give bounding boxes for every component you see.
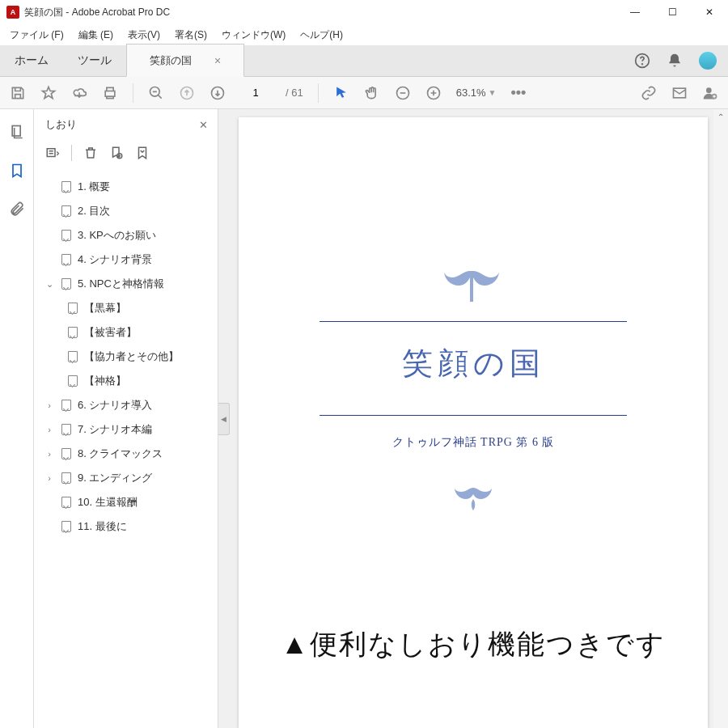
bookmark-item[interactable]: 4. シナリオ背景 (34, 248, 218, 272)
page-up-icon[interactable] (179, 85, 195, 101)
bookmark-item[interactable]: 11. 最後に (34, 514, 218, 539)
tab-home[interactable]: ホーム (0, 45, 63, 76)
bookmark-label: 11. 最後に (78, 519, 127, 534)
bookmark-item[interactable]: 【神格】 (34, 369, 218, 393)
bookmark-item[interactable]: ›6. シナリオ導入 (34, 393, 218, 417)
bookmark-tree: 1. 概要2. 目次3. KPへのお願い4. シナリオ背景⌄5. NPCと神格情… (34, 170, 218, 728)
link-icon[interactable] (641, 85, 657, 101)
tab-document-label: 笑顔の国 (150, 53, 192, 68)
page-number-input[interactable] (240, 87, 271, 99)
tab-tools[interactable]: ツール (63, 45, 126, 76)
bookmarks-icon[interactable] (9, 163, 25, 179)
panel-title: しおり (45, 117, 77, 132)
help-icon[interactable] (634, 53, 650, 69)
bookmark-item[interactable]: 【被害者】 (34, 320, 218, 345)
menu-window[interactable]: ウィンドウ(W) (215, 26, 292, 44)
bookmark-icon (61, 521, 71, 532)
close-button[interactable]: ✕ (691, 0, 728, 24)
scroll-up-icon[interactable]: ⌃ (713, 109, 728, 124)
zoom-out-icon[interactable] (148, 85, 164, 101)
overlay-caption: ▲便利なしおり機能つきです (218, 626, 728, 663)
tabbar: ホーム ツール 笑顔の国 × (0, 45, 728, 77)
minimize-button[interactable]: ― (616, 0, 654, 24)
menubar: ファイル (F) 編集 (E) 表示(V) 署名(S) ウィンドウ(W) ヘルプ… (0, 24, 728, 45)
chevron-icon[interactable]: ⌄ (44, 279, 55, 290)
options-icon[interactable] (45, 146, 60, 160)
hand-tool-icon[interactable] (364, 85, 380, 101)
bookmark-panel: しおり ✕ 1. 概要2. 目次3. KPへのお願い4. シナリオ背景⌄5. N… (34, 109, 218, 728)
menu-edit[interactable]: 編集 (E) (72, 26, 120, 44)
chevron-icon[interactable]: › (44, 400, 55, 410)
bookmark-icon (61, 230, 71, 241)
tab-close-icon[interactable]: × (214, 54, 221, 67)
tab-document[interactable]: 笑顔の国 × (126, 44, 244, 77)
more-icon[interactable]: ••• (510, 84, 526, 101)
bell-icon[interactable] (667, 53, 683, 69)
bookmark-icon (68, 303, 78, 314)
document-subtitle: クトゥルフ神話 TRPG 第 6 版 (392, 435, 555, 450)
print-icon[interactable] (102, 85, 118, 101)
profile-avatar[interactable] (699, 52, 717, 70)
svg-rect-2 (105, 91, 115, 96)
zoom-dropdown[interactable]: 63.1% ▼ (456, 87, 497, 99)
bookmark-item[interactable]: 1. 概要 (34, 175, 218, 199)
menu-view[interactable]: 表示(V) (121, 26, 167, 44)
mail-icon[interactable] (671, 85, 688, 101)
bookmark-item[interactable]: ›7. シナリオ本編 (34, 417, 218, 442)
svg-point-9 (706, 87, 712, 93)
thumbnails-icon[interactable] (9, 124, 25, 140)
bookmark-item[interactable]: 10. 生還報酬 (34, 490, 218, 514)
bookmark-icon (68, 327, 78, 338)
chevron-icon[interactable]: › (44, 425, 55, 434)
zoom-plus-icon[interactable] (425, 85, 442, 101)
attachments-icon[interactable] (9, 201, 25, 218)
bookmark-icon (61, 472, 71, 484)
bookmark-icon (68, 375, 78, 387)
document-title: 笑顔の国 (402, 322, 545, 405)
svg-point-1 (642, 64, 643, 65)
bookmark-label: 8. クライマックス (78, 447, 163, 461)
left-rail (0, 109, 34, 728)
hr-bottom (320, 415, 627, 416)
bookmark-label: 3. KPへのお願い (78, 228, 156, 243)
menu-help[interactable]: ヘルプ(H) (294, 26, 349, 44)
zoom-minus-icon[interactable] (395, 85, 411, 101)
new-bookmark-icon[interactable] (109, 146, 124, 160)
bookmark-icon (61, 448, 71, 459)
expand-bookmark-icon[interactable] (135, 146, 150, 160)
cloud-icon[interactable] (71, 85, 87, 101)
app-icon: A (6, 6, 19, 19)
select-tool-icon[interactable] (333, 85, 349, 101)
maximize-button[interactable]: ☐ (654, 0, 691, 24)
svg-rect-11 (12, 126, 20, 137)
star-icon[interactable] (40, 85, 57, 101)
bookmark-label: 5. NPCと神格情報 (78, 277, 164, 291)
bookmark-item[interactable]: 【黒幕】 (34, 296, 218, 320)
bookmark-item[interactable]: ›8. クライマックス (34, 442, 218, 466)
bookmark-item[interactable]: ›9. エンディング (34, 466, 218, 490)
panel-close-icon[interactable]: ✕ (199, 119, 208, 131)
add-user-icon[interactable] (702, 85, 718, 101)
toolbar: / 61 63.1% ▼ ••• (0, 77, 728, 109)
bookmark-item[interactable]: 2. 目次 (34, 199, 218, 223)
bookmark-icon (61, 254, 71, 265)
bookmark-icon (61, 278, 71, 290)
bookmark-label: 9. エンディング (78, 471, 152, 485)
bookmark-item[interactable]: ⌄5. NPCと神格情報 (34, 272, 218, 296)
bookmark-icon (61, 424, 71, 435)
save-icon[interactable] (10, 85, 26, 101)
delete-bookmark-icon[interactable] (83, 146, 98, 160)
bookmark-label: 1. 概要 (78, 180, 110, 194)
page-down-icon[interactable] (210, 85, 226, 101)
menu-sign[interactable]: 署名(S) (168, 26, 214, 44)
bookmark-item[interactable]: 3. KPへのお願い (34, 223, 218, 248)
splitter-left[interactable]: ◀ (218, 403, 230, 435)
chevron-icon[interactable]: › (44, 449, 55, 459)
bookmark-icon (68, 351, 78, 362)
menu-file[interactable]: ファイル (F) (3, 26, 70, 44)
chevron-icon[interactable]: › (44, 473, 55, 483)
ornament-top-icon (408, 263, 538, 311)
bookmark-item[interactable]: 【協力者とその他】 (34, 345, 218, 369)
bookmark-icon (61, 181, 71, 193)
bookmark-label: 【協力者とその他】 (84, 349, 179, 364)
